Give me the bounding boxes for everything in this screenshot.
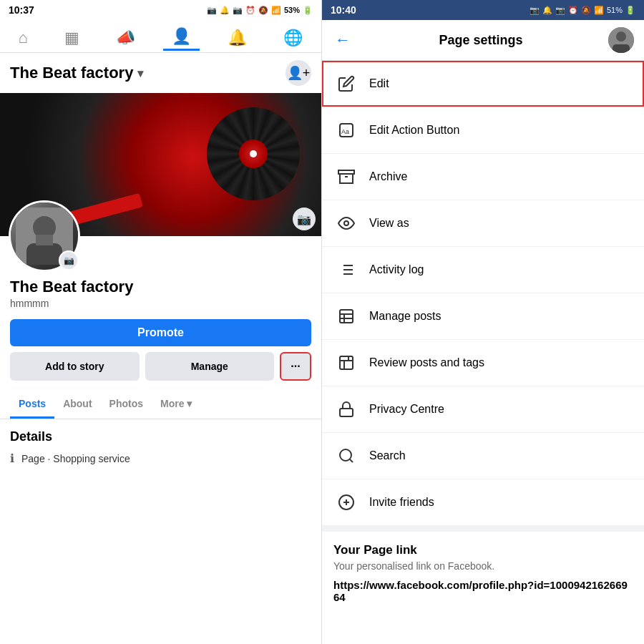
page-link-title: Your Page link — [333, 543, 633, 557]
manage-posts-icon — [333, 303, 359, 329]
avatar-thumbnail-svg — [608, 27, 634, 53]
svg-rect-3 — [36, 235, 53, 245]
eye-icon — [333, 210, 359, 236]
detail-item: ℹ Page · Shopping service — [10, 452, 311, 465]
add-to-story-button[interactable]: Add to story — [10, 352, 140, 381]
megaphone-icon: 📣 — [116, 29, 135, 47]
settings-item-invite-friends[interactable]: Invite friends — [322, 479, 644, 526]
tab-more[interactable]: More ▾ — [152, 391, 200, 419]
nav-profile[interactable]: 👤 — [163, 24, 200, 51]
page-header: The Beat factory ▾ 👤+ — [0, 53, 321, 93]
nav-home[interactable]: ⌂ — [10, 26, 36, 50]
invite-friends-label: Invite friends — [369, 496, 434, 509]
invite-friends-icon — [333, 489, 359, 515]
svg-point-5 — [616, 31, 626, 42]
info-icon: ℹ — [10, 452, 14, 465]
profile-tabs: Posts About Photos More ▾ — [0, 391, 321, 419]
vinyl-center — [239, 140, 268, 168]
more-options-button[interactable]: ··· — [280, 352, 311, 381]
pages-icon: ▦ — [64, 29, 79, 47]
profile-picture-area: 📷 — [9, 200, 80, 272]
search-icon — [333, 443, 359, 469]
home-icon: ⌂ — [19, 29, 28, 47]
svg-rect-22 — [340, 356, 353, 369]
tab-posts[interactable]: Posts — [10, 391, 54, 419]
time-right: 10:40 — [331, 4, 356, 16]
settings-item-view-as[interactable]: View as — [322, 200, 644, 247]
review-posts-icon — [333, 350, 359, 376]
review-posts-label: Review posts and tags — [369, 356, 484, 369]
settings-item-review-posts[interactable]: Review posts and tags — [322, 340, 644, 386]
vinyl-record — [207, 107, 300, 200]
tab-photos[interactable]: Photos — [101, 391, 152, 419]
nav-bar: ⌂ ▦ 📣 👤 🔔 🌐 — [0, 20, 321, 53]
avatar-camera-button[interactable]: 📷 — [59, 250, 79, 270]
settings-title: Page settings — [361, 33, 601, 48]
privacy-label: Privacy Centre — [369, 403, 444, 416]
add-friend-icon: 👤+ — [287, 65, 311, 81]
profile-icon: 👤 — [172, 27, 191, 46]
status-icons-left: 📷 🔔 📷 ⏰ 🔕 📶 53% 🔋 — [207, 6, 313, 15]
nav-megaphone[interactable]: 📣 — [107, 26, 144, 50]
left-panel: 10:37 📷 🔔 📷 ⏰ 🔕 📶 53% 🔋 ⌂ ▦ 📣 👤 🔔 — [0, 0, 322, 644]
promote-button[interactable]: Promote — [10, 319, 311, 346]
archive-icon — [333, 164, 359, 190]
archive-label: Archive — [369, 170, 407, 183]
tab-about[interactable]: About — [54, 391, 100, 419]
page-link-url[interactable]: https://www.facebook.com/profile.php?id=… — [333, 579, 633, 603]
status-bar-left: 10:37 📷 🔔 📷 ⏰ 🔕 📶 53% 🔋 — [0, 0, 321, 20]
settings-list: Edit Aa Edit Action Button Archive — [322, 61, 644, 644]
page-link-description: Your personalised link on Facebook. — [333, 560, 633, 572]
settings-item-privacy[interactable]: Privacy Centre — [322, 386, 644, 433]
svg-rect-24 — [340, 409, 353, 416]
status-bar-right: 10:40 📷 🔔 📷 ⏰ 🔕 📶 51% 🔋 — [322, 0, 644, 20]
settings-item-activity-log[interactable]: Activity log — [322, 247, 644, 293]
lock-icon — [333, 396, 359, 422]
svg-point-11 — [344, 221, 348, 225]
manage-button[interactable]: Manage — [145, 352, 275, 381]
search-label: Search — [369, 449, 406, 462]
svg-rect-6 — [613, 44, 630, 53]
svg-rect-18 — [340, 310, 353, 323]
back-button[interactable]: ← — [332, 28, 353, 52]
svg-rect-9 — [338, 170, 354, 174]
dropdown-arrow-icon: ▾ — [137, 67, 143, 80]
nav-globe[interactable]: 🌐 — [275, 26, 311, 50]
right-panel: 10:40 📷 🔔 📷 ⏰ 🔕 📶 51% 🔋 ← Page settings — [322, 0, 644, 644]
details-title: Details — [10, 429, 311, 444]
action-buttons: Promote Add to story Manage ··· — [0, 312, 321, 388]
tab-more-chevron-icon: ▾ — [187, 398, 192, 409]
page-title[interactable]: The Beat factory ▾ — [10, 64, 143, 82]
settings-item-archive[interactable]: Archive — [322, 154, 644, 200]
edit-action-icon: Aa — [333, 117, 359, 143]
secondary-buttons: Add to story Manage ··· — [10, 352, 311, 381]
profile-info: The Beat factory hmmmm — [0, 272, 321, 312]
svg-rect-2 — [26, 243, 62, 265]
settings-item-edit-action[interactable]: Aa Edit Action Button — [322, 107, 644, 154]
page-title-text: The Beat factory — [10, 64, 133, 82]
details-section: Details ℹ Page · Shopping service — [0, 419, 321, 475]
activity-log-icon — [333, 257, 359, 283]
settings-item-edit[interactable]: Edit — [322, 61, 644, 107]
vinyl-hole — [250, 150, 257, 157]
profile-bio: hmmmm — [10, 298, 311, 309]
manage-posts-label: Manage posts — [369, 310, 441, 323]
bell-icon: 🔔 — [228, 29, 247, 47]
edit-label: Edit — [369, 77, 389, 90]
detail-text: Page · Shopping service — [21, 453, 130, 464]
nav-pages[interactable]: ▦ — [56, 26, 88, 50]
settings-item-manage-posts[interactable]: Manage posts — [322, 293, 644, 340]
svg-point-25 — [340, 449, 351, 461]
globe-icon: 🌐 — [283, 29, 303, 47]
avatar-camera-icon: 📷 — [64, 255, 74, 265]
status-icons-right: 📷 🔔 📷 ⏰ 🔕 📶 51% 🔋 — [530, 6, 635, 15]
settings-item-search[interactable]: Search — [322, 433, 644, 479]
camera-icon: 📷 — [297, 213, 311, 226]
add-friend-button[interactable]: 👤+ — [286, 60, 311, 86]
edit-action-label: Edit Action Button — [369, 124, 459, 137]
profile-name: The Beat factory — [10, 278, 311, 296]
nav-bell[interactable]: 🔔 — [219, 26, 255, 50]
page-link-section: Your Page link Your personalised link on… — [322, 526, 644, 615]
settings-header: ← Page settings — [322, 20, 644, 61]
cover-camera-button[interactable]: 📷 — [293, 208, 316, 230]
